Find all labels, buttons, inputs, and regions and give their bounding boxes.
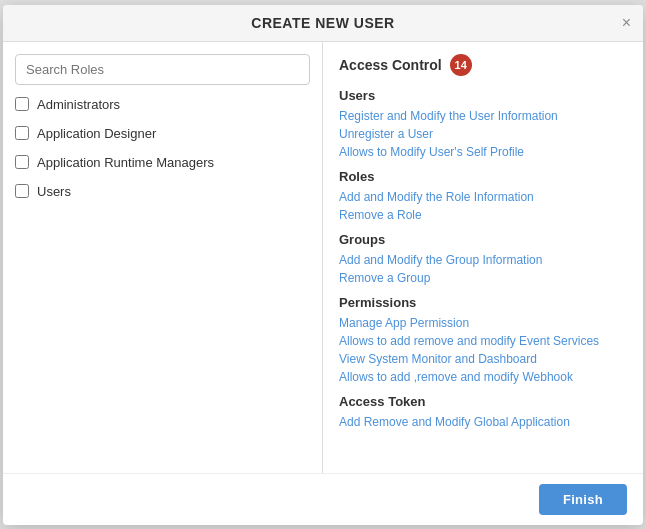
permission-item[interactable]: Remove a Role <box>339 206 637 224</box>
role-item[interactable]: Application Runtime Managers <box>15 155 310 170</box>
permission-item[interactable]: Register and Modify the User Information <box>339 107 637 125</box>
section-label: Groups <box>339 232 637 247</box>
role-checkbox[interactable] <box>15 155 29 169</box>
create-user-modal: CREATE NEW USER × AdministratorsApplicat… <box>3 5 643 525</box>
permission-item[interactable]: Add and Modify the Group Information <box>339 251 637 269</box>
role-item[interactable]: Application Designer <box>15 126 310 141</box>
section-label: Users <box>339 88 637 103</box>
permissions-scroll[interactable]: UsersRegister and Modify the User Inform… <box>339 88 643 461</box>
permission-item[interactable]: Unregister a User <box>339 125 637 143</box>
section-label: Permissions <box>339 295 637 310</box>
permission-item[interactable]: Allows to Modify User's Self Profile <box>339 143 637 161</box>
right-panel: Access Control 14 UsersRegister and Modi… <box>323 42 643 473</box>
role-label: Application Runtime Managers <box>37 155 214 170</box>
role-label: Administrators <box>37 97 120 112</box>
modal-title: CREATE NEW USER <box>251 15 394 31</box>
close-button[interactable]: × <box>622 15 631 31</box>
permission-item[interactable]: Add and Modify the Role Information <box>339 188 637 206</box>
search-input[interactable] <box>15 54 310 85</box>
access-count-badge: 14 <box>450 54 472 76</box>
permission-item[interactable]: Manage App Permission <box>339 314 637 332</box>
permission-item[interactable]: Allows to add ,remove and modify Webhook <box>339 368 637 386</box>
permission-item[interactable]: Allows to add remove and modify Event Se… <box>339 332 637 350</box>
permission-item[interactable]: View System Monitor and Dashboard <box>339 350 637 368</box>
finish-button[interactable]: Finish <box>539 484 627 515</box>
role-item[interactable]: Administrators <box>15 97 310 112</box>
role-label: Users <box>37 184 71 199</box>
section-label: Access Token <box>339 394 637 409</box>
role-list: AdministratorsApplication DesignerApplic… <box>15 97 310 199</box>
permission-item[interactable]: Add Remove and Modify Global Application <box>339 413 637 431</box>
access-control-title: Access Control <box>339 57 442 73</box>
section-label: Roles <box>339 169 637 184</box>
modal-body: AdministratorsApplication DesignerApplic… <box>3 42 643 473</box>
role-label: Application Designer <box>37 126 156 141</box>
left-panel: AdministratorsApplication DesignerApplic… <box>3 42 323 473</box>
role-checkbox[interactable] <box>15 184 29 198</box>
modal-header: CREATE NEW USER × <box>3 5 643 42</box>
modal-footer: Finish <box>3 473 643 525</box>
role-checkbox[interactable] <box>15 126 29 140</box>
role-checkbox[interactable] <box>15 97 29 111</box>
access-control-header: Access Control 14 <box>339 54 643 76</box>
permission-item[interactable]: Remove a Group <box>339 269 637 287</box>
role-item[interactable]: Users <box>15 184 310 199</box>
